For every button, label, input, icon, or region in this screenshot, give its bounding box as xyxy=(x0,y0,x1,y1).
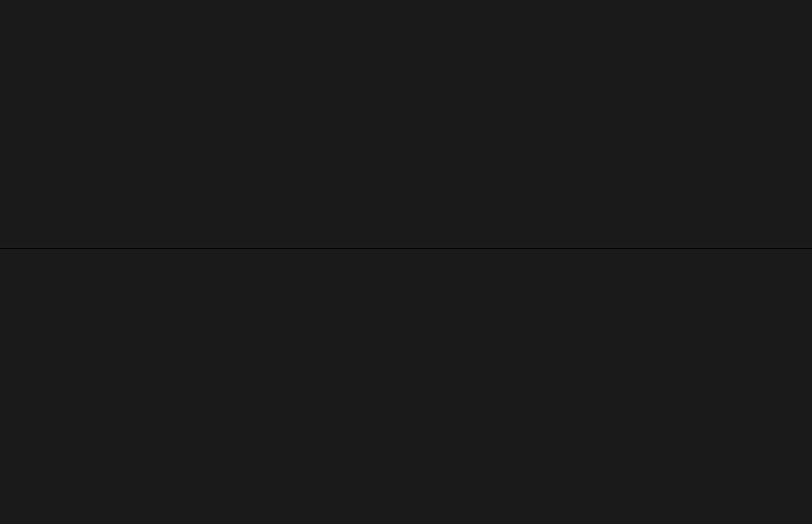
bottom-chart-section xyxy=(0,249,812,524)
top-chart-row xyxy=(0,0,812,249)
trading-workstation xyxy=(0,0,812,524)
